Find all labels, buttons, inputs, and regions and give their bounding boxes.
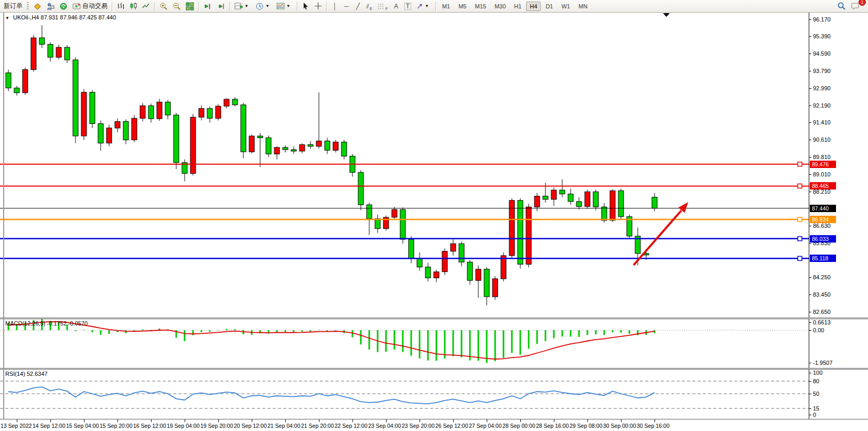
timeframe-m30[interactable]: M30 — [491, 2, 509, 11]
price-tick-label: 83.450 — [813, 291, 831, 298]
time-tick-mark — [487, 419, 487, 422]
channel-button[interactable]: ⫽ E — [364, 1, 375, 12]
candlestick-chart-icon — [130, 2, 137, 10]
zoom-in-button[interactable] — [157, 1, 170, 12]
time-tick-label: 27 Sep 04:00 — [469, 423, 501, 429]
metaeditor-icon — [46, 2, 55, 10]
macd-tick-label: 0.6613 — [813, 319, 831, 325]
time-tick-mark — [655, 419, 655, 422]
price-tick-mark — [809, 295, 811, 295]
time-tick-label: 23 Sep 20:00 — [402, 423, 434, 429]
timeframe-d1[interactable]: D1 — [542, 2, 556, 11]
indicators-icon — [234, 2, 243, 10]
price-tick-label: 89.010 — [813, 171, 831, 177]
rsi-pane[interactable] — [0, 370, 809, 419]
toolbar-separator — [229, 2, 230, 11]
price-tick-mark — [809, 243, 811, 244]
line-chart-icon — [142, 2, 150, 10]
chart-bottom-border — [0, 419, 868, 419]
timeframe-m15[interactable]: M15 — [471, 2, 489, 11]
line-chart-button[interactable] — [140, 1, 152, 12]
time-axis[interactable]: 13 Sep 202214 Sep 12:0015 Sep 04:0015 Se… — [0, 419, 868, 431]
new-chart-button[interactable] — [31, 1, 44, 12]
autotrading-icon — [72, 2, 81, 10]
metaeditor-button[interactable] — [44, 1, 57, 12]
time-tick-mark — [319, 419, 319, 422]
rsi-tick-mark — [809, 415, 811, 415]
rsi-tick-mark — [809, 373, 811, 373]
time-tick-mark — [621, 419, 621, 422]
price-tick-label: 92.190 — [813, 102, 831, 109]
crosshair-button[interactable] — [312, 1, 324, 12]
candlestick-chart-button[interactable] — [127, 1, 140, 12]
timeframe-h4[interactable]: H4 — [526, 2, 541, 11]
tile-windows-button[interactable] — [184, 1, 196, 12]
rsi-indicator-label: RSI(14) 52.6347 — [5, 371, 48, 377]
vertical-line-button[interactable]: │ — [329, 1, 340, 12]
trendline-button[interactable]: ╱ — [352, 1, 363, 12]
chart-dropdown-icon: ▼ — [5, 16, 9, 20]
chevron-down-icon: ▼ — [425, 4, 429, 8]
signals-button[interactable] — [57, 1, 70, 12]
periods-button[interactable]: ▼ — [253, 1, 274, 12]
time-tick-mark — [520, 419, 521, 422]
new-order-button[interactable]: 新订单 — [2, 1, 25, 12]
price-badge-88.465: 88.465 — [810, 182, 836, 190]
time-tick-label: 26 Sep 12:00 — [435, 423, 468, 429]
price-tick-label: 94.590 — [813, 50, 831, 57]
timeframe-h1[interactable]: H1 — [510, 2, 525, 11]
autotrading-button[interactable]: 自动交易 — [70, 1, 110, 12]
time-tick-label: 28 Sep 16:00 — [536, 423, 569, 429]
price-tick-mark — [809, 140, 811, 140]
toolbar: 新订单 自动交易 ▼ ▼ — [0, 0, 868, 13]
time-tick-label: 28 Sep 00:00 — [502, 423, 535, 429]
macd-chart[interactable] — [0, 319, 809, 368]
macd-tick-mark — [809, 363, 811, 363]
text-button[interactable]: A — [391, 1, 402, 12]
channel-icon: ⫽ — [366, 3, 369, 9]
price-tick-label: 89.810 — [813, 154, 831, 160]
notification-count-badge: 1 — [859, 0, 866, 6]
trend-arrow-annotation — [634, 202, 688, 265]
search-button[interactable] — [835, 1, 848, 12]
main-chart-pane[interactable] — [0, 13, 809, 318]
arrows-button[interactable]: ▼ — [414, 1, 433, 12]
rsi-chart[interactable] — [0, 370, 809, 419]
time-tick-mark — [218, 419, 219, 422]
pane-splitter[interactable] — [0, 368, 868, 370]
chart-title: ▼ UKOil-,H4 87.931 87.946 87.425 87.440 — [5, 14, 116, 20]
price-tick-mark — [809, 174, 811, 175]
new-order-label: 新订单 — [4, 2, 23, 10]
cursor-button[interactable] — [300, 1, 312, 12]
indicators-button[interactable]: ▼ — [232, 1, 253, 12]
line-marker — [798, 184, 802, 188]
timeframe-m1[interactable]: M1 — [438, 2, 454, 11]
auto-scroll-button[interactable] — [201, 1, 214, 12]
zoom-out-button[interactable] — [170, 1, 183, 12]
macd-pane[interactable] — [0, 319, 809, 368]
timeframe-mn[interactable]: MN — [575, 2, 591, 11]
rsi-tick-label: 15 — [813, 405, 819, 412]
timeframe-w1[interactable]: W1 — [558, 2, 574, 11]
label-button[interactable]: T — [402, 1, 413, 12]
price-tick-mark — [809, 106, 811, 106]
zoom-out-icon — [173, 2, 181, 10]
autotrading-label: 自动交易 — [82, 2, 108, 10]
price-tick-label: 84.250 — [813, 274, 831, 280]
time-tick-label: 14 Sep 12:00 — [33, 423, 65, 429]
price-axis[interactable]: 96.17095.39094.59093.79092.99092.19091.4… — [809, 13, 868, 419]
fibonacci-button[interactable]: F — [376, 1, 390, 12]
time-tick-mark — [352, 419, 353, 422]
rsi-tick-label: 0 — [813, 412, 816, 418]
horizontal-line-button[interactable]: ─ — [341, 1, 352, 12]
pane-splitter[interactable] — [0, 318, 868, 319]
candlestick-chart[interactable] — [0, 13, 809, 318]
rsi-tick-mark — [809, 408, 811, 409]
macd-signal-line — [8, 322, 655, 359]
timeframe-m5[interactable]: M5 — [455, 2, 470, 11]
price-tick-label: 93.790 — [813, 68, 831, 74]
templates-button[interactable]: ▼ — [274, 1, 295, 12]
chart-shift-button[interactable] — [215, 1, 227, 12]
price-badge-87.440: 87.440 — [810, 205, 836, 212]
bar-chart-button[interactable] — [115, 1, 127, 12]
